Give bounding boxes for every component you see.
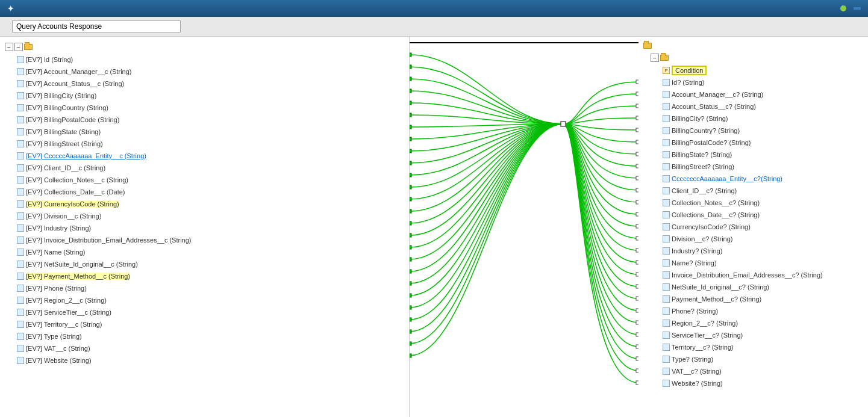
svg-rect-23 <box>636 212 639 216</box>
flat-node: − <box>648 51 868 64</box>
field-icon <box>17 176 24 184</box>
svg-rect-5 <box>636 104 639 108</box>
item-text: [EV?] Collection_Notes__c (String) <box>26 176 128 184</box>
flat-folder-icon <box>660 55 669 61</box>
left-panel: − − [EV?] Id (String)[EV?] Account_Manag… <box>0 37 410 417</box>
header-title: ✦ <box>7 4 17 13</box>
field-icon <box>17 309 24 316</box>
svg-rect-15 <box>636 164 639 168</box>
svg-rect-9 <box>636 128 639 132</box>
svg-rect-4 <box>410 65 411 69</box>
left-tree-item: [EV?] CurrencyIsoCode (String) <box>14 198 409 210</box>
field-icon <box>17 92 24 99</box>
expand-icon[interactable]: − <box>5 43 13 51</box>
left-tree-item: [EV?] Name (String) <box>14 246 409 258</box>
right-item-text: Industry? (String) <box>672 247 722 255</box>
right-field-icon <box>663 344 670 351</box>
name-input[interactable] <box>12 20 181 32</box>
field-icon <box>17 261 24 268</box>
right-field-icon <box>663 271 670 279</box>
left-tree-item: [EV?] Invoice_Distribution_Email_Address… <box>14 234 409 246</box>
svg-rect-37 <box>636 297 639 300</box>
right-item-text: BillingPostalCode? (String) <box>672 139 751 146</box>
right-item-text: Name? (String) <box>672 259 717 267</box>
svg-rect-31 <box>636 261 639 264</box>
field-icon <box>17 152 24 159</box>
svg-rect-8 <box>410 89 411 93</box>
field-icon <box>17 188 24 196</box>
root-node: − − <box>2 40 409 54</box>
right-tree-item: BillingCity? (String) <box>660 113 868 125</box>
svg-rect-18 <box>410 149 411 153</box>
right-item-text: Territory__c? (String) <box>672 344 734 351</box>
item-text: [EV?] Name (String) <box>26 249 85 256</box>
field-icon <box>17 285 24 292</box>
right-field-icon <box>663 356 670 363</box>
item-text: [EV?] BillingCountry (String) <box>26 104 108 111</box>
left-tree-items: [EV?] Id (String)[EV?] Account_Manager__… <box>2 54 409 366</box>
field-icon <box>17 345 24 352</box>
left-tree-item: [EV?] BillingState (String) <box>14 126 409 138</box>
item-text: [EV?] Invoice_Distribution_Email_Address… <box>26 236 192 244</box>
svg-rect-53 <box>561 122 566 126</box>
svg-rect-39 <box>636 309 639 312</box>
field-icon <box>17 104 24 111</box>
field-icon <box>17 164 24 171</box>
svg-rect-29 <box>636 249 639 252</box>
svg-rect-14 <box>410 125 411 129</box>
left-tree-item: [EV?] ServiceTier__c (String) <box>14 306 409 318</box>
right-field-icon <box>663 139 670 146</box>
right-tree-item: Website? (String) <box>660 377 868 389</box>
svg-rect-32 <box>410 233 411 237</box>
right-tree-item: Type? (String) <box>660 353 868 365</box>
svg-rect-50 <box>410 342 411 345</box>
field-icon <box>17 56 24 63</box>
header-status <box>837 5 861 11</box>
right-tree-item: Phone? (String) <box>660 305 868 317</box>
svg-rect-46 <box>410 318 411 321</box>
right-item-text: CcccccccAaaaaaa_Entity__c?(String) <box>672 175 782 182</box>
svg-rect-45 <box>636 345 639 348</box>
status-dropdown[interactable] <box>854 7 861 10</box>
item-text: [EV?] Region_2__c (String) <box>26 297 107 304</box>
flat-expand-icon[interactable]: − <box>651 54 659 62</box>
left-tree-item: [EV?] Collections_Date__c (Date) <box>14 186 409 198</box>
left-tree-item: [EV?] CcccccAaaaaaa_Entity__c (String) <box>14 150 409 162</box>
right-field-icon <box>663 332 670 339</box>
target-folder-icon <box>643 43 652 49</box>
right-tree-items: PConditionId? (String)Account_Manager__c… <box>648 64 868 389</box>
item-text: [EV?] Industry (String) <box>26 224 91 232</box>
expand-icon-2[interactable]: − <box>14 43 23 51</box>
right-field-icon <box>663 259 670 267</box>
condition-item: PCondition <box>660 64 868 76</box>
left-tree-item: [EV?] Industry (String) <box>14 222 409 234</box>
item-text: [EV?] Website (String) <box>26 357 92 364</box>
right-tree-item: Territory__c? (String) <box>660 341 868 353</box>
item-text: [EV?] Phone (String) <box>26 285 87 292</box>
item-text: [EV?] Payment_Method__c (String) <box>26 273 130 280</box>
right-tree-item: CcccccccAaaaaaa_Entity__c?(String) <box>660 173 868 185</box>
folder-icon <box>24 44 33 50</box>
svg-rect-40 <box>410 282 411 285</box>
right-field-icon <box>663 103 670 110</box>
left-tree-item: [EV?] Account_Manager__c (String) <box>14 66 409 78</box>
right-tree-item: Collection_Notes__c? (String) <box>660 197 868 209</box>
left-tree-item: [EV?] Website (String) <box>14 354 409 366</box>
svg-rect-22 <box>410 173 411 177</box>
right-field-icon <box>663 211 670 218</box>
svg-rect-27 <box>636 236 639 240</box>
svg-rect-24 <box>410 185 411 189</box>
right-item-text: VAT__c? (String) <box>672 368 722 375</box>
right-item-text: Phone? (String) <box>672 307 718 315</box>
right-field-icon <box>663 127 670 134</box>
item-text: [EV?] VAT__c (String) <box>26 345 90 352</box>
left-tree-item: [EV?] BillingStreet (String) <box>14 138 409 150</box>
item-text: [EV?] BillingStreet (String) <box>26 140 103 147</box>
right-field-icon <box>663 175 670 182</box>
right-field-icon <box>663 368 670 375</box>
svg-rect-13 <box>636 152 639 156</box>
svg-rect-7 <box>636 116 639 120</box>
right-field-icon <box>663 380 670 387</box>
svg-rect-11 <box>636 140 639 144</box>
right-item-text: Website? (String) <box>672 380 723 387</box>
